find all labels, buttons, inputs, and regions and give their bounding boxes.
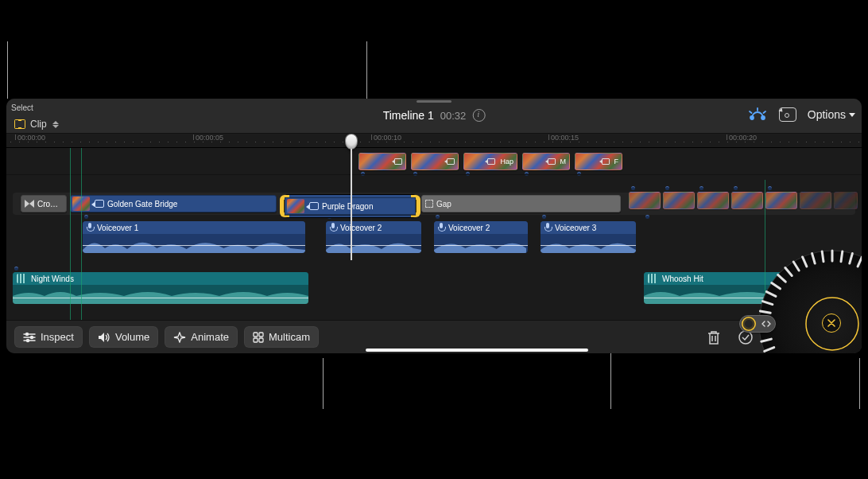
- ruler-tick: 00:00:05: [196, 134, 223, 142]
- microphone-icon: [438, 223, 445, 232]
- thumbnail-icon: [287, 199, 304, 213]
- connected-clip[interactable]: F: [575, 153, 622, 170]
- timeline-bottombar: Inspect Volume Animate Multicam: [6, 320, 862, 353]
- ruler-tick: 00:00:00: [17, 134, 45, 142]
- camera-icon: [394, 158, 402, 165]
- info-icon[interactable]: [472, 109, 485, 122]
- svg-point-1: [761, 116, 765, 119]
- svg-point-8: [26, 333, 29, 335]
- options-menu[interactable]: Options: [808, 108, 855, 121]
- delete-button[interactable]: [701, 325, 727, 350]
- microphone-icon: [87, 223, 94, 232]
- audio-clip-voiceover[interactable]: Voiceover 3: [541, 221, 636, 253]
- connected-clip[interactable]: M: [522, 153, 570, 170]
- connected-clip[interactable]: [411, 153, 459, 170]
- scroll-indicator[interactable]: [366, 349, 588, 352]
- volume-button[interactable]: Volume: [89, 326, 158, 348]
- timeline-duration: 00:32: [440, 110, 467, 122]
- microphone-icon: [330, 223, 337, 232]
- jog-nudge-toggle[interactable]: [739, 315, 776, 333]
- edit-mode-picker[interactable]: Clip: [11, 117, 66, 131]
- svg-point-0: [750, 116, 754, 119]
- crossfade-icon: [25, 200, 34, 208]
- svg-line-23: [841, 251, 843, 262]
- timeline-panel: Select Clip Timeline 1 00:32 Options 00:…: [6, 99, 862, 353]
- camera-icon: [487, 158, 495, 165]
- nudge-knob-icon: [742, 317, 756, 331]
- gap-clip[interactable]: Gap: [421, 195, 621, 212]
- svg-line-3: [750, 111, 752, 113]
- waveform-icon: [648, 274, 659, 283]
- timeline-title: Timeline 1: [383, 109, 434, 122]
- ruler-tick: 00:00:20: [729, 134, 757, 142]
- svg-rect-12: [259, 333, 263, 337]
- connected-clip[interactable]: [358, 153, 406, 170]
- media-options-icon[interactable]: [779, 107, 796, 122]
- svg-rect-14: [259, 338, 263, 342]
- svg-point-9: [31, 336, 33, 338]
- camera-icon: [309, 202, 319, 210]
- timeline-topbar: Select Clip Timeline 1 00:32 Options: [6, 99, 862, 134]
- clip-mode-icon: [14, 119, 25, 129]
- waveform-icon: [17, 274, 28, 283]
- playhead[interactable]: [345, 134, 358, 153]
- timeline-title-group: Timeline 1 00:32: [383, 109, 486, 122]
- panel-grip[interactable]: [417, 100, 451, 103]
- svg-rect-11: [254, 333, 258, 337]
- time-ruler[interactable]: 00:00:00 00:00:05 00:00:10 00:00:15 00:0…: [6, 134, 862, 148]
- svg-line-30: [822, 251, 823, 262]
- video-clip-golden[interactable]: Golden Gate Bridge: [70, 195, 277, 212]
- transition-clip[interactable]: Cro…: [21, 195, 67, 212]
- select-mode-label: Select: [11, 103, 33, 112]
- jog-wheel[interactable]: [757, 248, 862, 353]
- audio-clip-voiceover[interactable]: Voiceover 2: [434, 221, 528, 253]
- chevron-updown-icon: [52, 121, 60, 128]
- snapping-icon[interactable]: [747, 107, 768, 123]
- ruler-tick: 00:00:15: [551, 134, 579, 142]
- camera-icon: [447, 158, 455, 165]
- svg-point-10: [27, 339, 29, 341]
- options-label: Options: [808, 108, 846, 121]
- audio-clip-music[interactable]: Night Winds: [13, 272, 308, 304]
- microphone-icon: [544, 223, 552, 232]
- svg-rect-13: [254, 338, 258, 342]
- jog-close-button[interactable]: [822, 313, 841, 333]
- audio-clip-voiceover[interactable]: Voiceover 1: [83, 221, 305, 253]
- ruler-tick: 00:00:10: [374, 134, 401, 142]
- edit-mode-label: Clip: [30, 119, 47, 130]
- animate-button[interactable]: Animate: [165, 326, 238, 348]
- tracks-area[interactable]: Hap M F Cro…: [6, 148, 862, 320]
- gap-icon: [425, 200, 433, 208]
- multicam-button[interactable]: Multicam: [244, 326, 319, 348]
- camera-icon: [602, 158, 610, 165]
- svg-line-4: [763, 111, 765, 113]
- camera-icon: [548, 158, 556, 165]
- chevron-down-icon: [849, 113, 855, 117]
- inspect-button[interactable]: Inspect: [14, 326, 83, 348]
- camera-icon: [95, 200, 104, 208]
- audio-clip-voiceover[interactable]: Voiceover 2: [326, 221, 421, 253]
- connected-clip[interactable]: Hap: [463, 153, 517, 170]
